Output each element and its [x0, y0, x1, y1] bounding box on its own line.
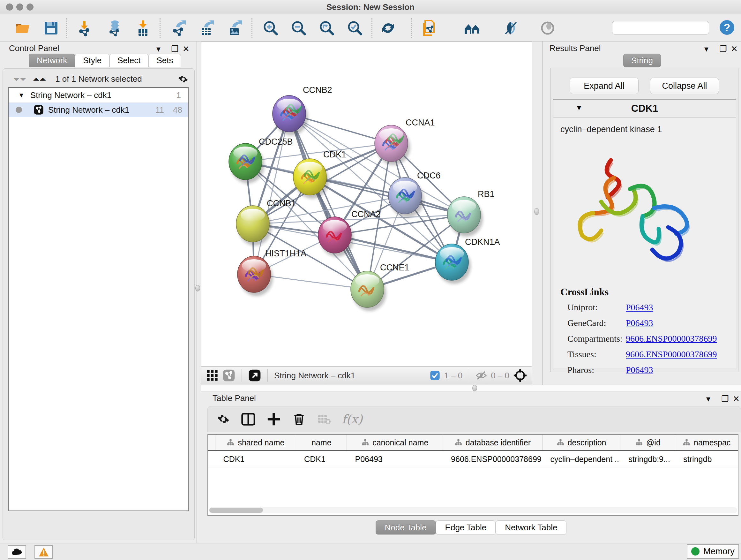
tab-network-table[interactable]: Network Table	[495, 520, 566, 535]
scrollbar-thumb[interactable]	[209, 508, 263, 513]
hidden-eye-slash-icon[interactable]	[475, 370, 487, 381]
help-icon[interactable]: ?	[719, 19, 735, 36]
crosslink-link[interactable]: 9606.ENSP00000378699	[626, 334, 717, 344]
memory-button[interactable]: Memory	[687, 544, 739, 559]
search-input[interactable]	[618, 23, 717, 32]
hide-graphics-details-icon[interactable]	[502, 20, 519, 37]
zoom-fit-content-icon[interactable]	[319, 20, 335, 37]
network-options-gear-icon[interactable]	[178, 74, 189, 84]
table-row[interactable]: CDK1CDK1P064939606.ENSP00000378699cyclin…	[208, 451, 738, 468]
left-splitter-grip[interactable]	[195, 285, 200, 292]
import-table-from-file-icon[interactable]	[135, 20, 151, 37]
save-session-icon[interactable]	[43, 20, 59, 37]
tab-node-table[interactable]: Node Table	[376, 520, 436, 535]
navigate-crosshair-icon[interactable]	[513, 368, 527, 382]
cloud-button[interactable]	[8, 545, 26, 559]
window-zoom-icon[interactable]	[26, 3, 33, 10]
gene-card-header[interactable]: ▼ CDK1	[553, 100, 736, 118]
zoom-in-icon[interactable]	[262, 20, 279, 37]
panel-close-icon[interactable]: ✕	[183, 44, 190, 54]
tab-sets[interactable]: Sets	[148, 54, 181, 67]
import-network-from-database-icon[interactable]	[107, 20, 123, 37]
right-splitter-grip[interactable]	[534, 208, 539, 215]
delete-column-trash-icon[interactable]	[292, 412, 306, 426]
tab-edge-table[interactable]: Edge Table	[436, 520, 496, 535]
create-column-plus-icon[interactable]	[266, 412, 281, 427]
show-columns-icon[interactable]	[241, 412, 256, 427]
zoom-selected-icon[interactable]	[347, 20, 363, 37]
home-icon[interactable]	[464, 20, 481, 37]
open-session-icon[interactable]	[15, 20, 31, 37]
column-header-namespac[interactable]: namespac	[675, 435, 738, 450]
search-box	[612, 21, 709, 35]
column-header-canonical-name[interactable]: canonical name	[347, 435, 443, 450]
tab-string[interactable]: String	[623, 54, 661, 67]
import-network-from-file-icon[interactable]	[76, 20, 92, 37]
network-node-rb1[interactable]: RB1	[448, 189, 495, 237]
panel-close-icon[interactable]: ✕	[733, 394, 740, 404]
node-label: CCNB2	[303, 85, 332, 95]
crosslink-label: GeneCard:	[560, 318, 626, 328]
refresh-layout-icon[interactable]	[380, 20, 396, 37]
panel-close-icon[interactable]: ✕	[731, 44, 738, 54]
panel-float-icon[interactable]: ❐	[721, 394, 729, 404]
network-node-cdc6[interactable]: CDC6	[388, 171, 441, 217]
window-close-icon[interactable]	[6, 3, 13, 10]
export-network-icon[interactable]	[171, 20, 187, 37]
window-minimize-icon[interactable]	[16, 3, 23, 10]
gene-description: cyclin–dependent kinase 1	[560, 125, 736, 134]
open-in-window-icon[interactable]	[248, 369, 261, 382]
column-header-name[interactable]: name	[296, 435, 347, 450]
table-tabs: Node TableEdge TableNetwork Table	[201, 520, 741, 535]
column-header-description[interactable]: description	[542, 435, 620, 450]
gene-collapse-icon[interactable]: ▼	[576, 104, 583, 112]
column-header-@id[interactable]: @id	[620, 435, 675, 450]
network-collection-row[interactable]: ▼ String Network – cdk1 1	[9, 88, 188, 103]
network-node-hist1h1a[interactable]: HIST1H1A	[238, 249, 307, 296]
node-table[interactable]: shared namenamecanonical namedatabase id…	[207, 434, 738, 516]
collection-expand-icon[interactable]: ▼	[18, 91, 24, 99]
delete-table-icon[interactable]	[317, 412, 331, 426]
panel-float-icon[interactable]: ❐	[719, 44, 727, 54]
tab-select[interactable]: Select	[110, 54, 148, 67]
network-node-ccnb2[interactable]: CCNB2	[273, 85, 332, 135]
export-table-icon[interactable]	[199, 20, 215, 37]
table-horizontal-scrollbar[interactable]	[209, 507, 737, 513]
node-label: HIST1H1A	[265, 249, 307, 258]
column-header-shared-name[interactable]: shared name	[215, 435, 296, 450]
network-row-selected[interactable]: String Network – cdk1 11 48	[9, 103, 188, 117]
results-panel: Results Panel ▾ ❐ ✕ String Expand All Co…	[542, 42, 741, 385]
bottom-splitter-grip[interactable]	[472, 385, 477, 391]
table-options-gear-icon[interactable]	[217, 413, 230, 426]
export-image-icon[interactable]	[226, 20, 243, 37]
network-node-cdc25b[interactable]: CDC25B	[229, 137, 293, 183]
selected-nodes-checkbox-icon[interactable]	[430, 370, 440, 381]
tab-network[interactable]: Network	[29, 54, 75, 67]
panel-menu-icon[interactable]: ▾	[156, 44, 160, 54]
network-canvas[interactable]: CCNB2CCNA1CDC25BCDK1CDC6RB1CCNB1CCNA2CDK…	[201, 42, 532, 367]
function-builder-icon[interactable]: f(x)	[342, 412, 362, 426]
crosslink-link[interactable]: P06493	[626, 302, 653, 312]
column-header-database-identifier[interactable]: database identifier	[443, 435, 542, 450]
zoom-out-icon[interactable]	[290, 20, 307, 37]
collapse-all-button[interactable]: Collapse All	[650, 78, 719, 94]
network-list-header: ⏷⏷ ⏶⏶ 1 of 1 Network selected	[5, 71, 192, 86]
panel-menu-icon[interactable]: ▾	[704, 44, 709, 54]
string-view-icon[interactable]	[222, 369, 235, 382]
crosslink-link[interactable]: P06493	[626, 365, 653, 375]
network-node-ccna1[interactable]: CCNA1	[375, 118, 435, 165]
panel-float-icon[interactable]: ❐	[171, 44, 179, 54]
warning-button[interactable]	[35, 545, 53, 559]
horizontal-splitter[interactable]	[201, 385, 741, 391]
crosslink-link[interactable]: 9606.ENSP00000378699	[626, 349, 717, 359]
network-node-ccne1[interactable]: CCNE1	[351, 263, 409, 311]
crosslink-link[interactable]: P06493	[626, 318, 653, 328]
new-annotation-icon[interactable]	[421, 20, 437, 37]
string-network-graph[interactable]: CCNB2CCNA1CDC25BCDK1CDC6RB1CCNB1CCNA2CDK…	[201, 42, 532, 367]
tab-style[interactable]: Style	[75, 54, 110, 67]
show-graphics-details-icon[interactable]	[539, 20, 556, 37]
expand-all-button[interactable]: Expand All	[569, 78, 638, 94]
birds-eye-view-icon[interactable]	[206, 369, 219, 382]
network-node-cdkn1a[interactable]: CDKN1A	[435, 237, 500, 284]
panel-menu-icon[interactable]: ▾	[706, 394, 711, 404]
